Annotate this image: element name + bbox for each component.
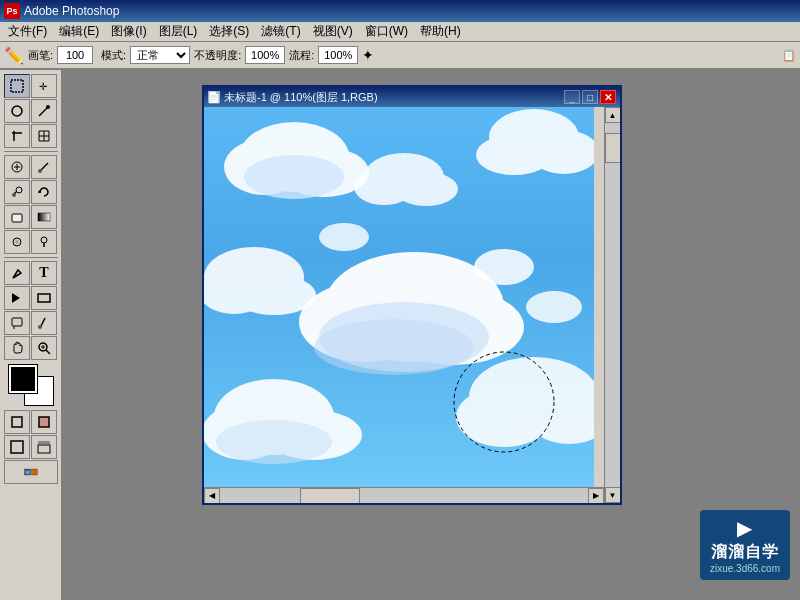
history-brush[interactable]	[31, 180, 57, 204]
blend-mode-select[interactable]: 正常 溶解 正片叠底	[130, 46, 190, 64]
tool-separator-1	[4, 151, 58, 152]
clone-tool[interactable]	[4, 180, 30, 204]
minimize-button[interactable]: _	[564, 90, 580, 104]
svg-text:IR: IR	[26, 471, 30, 475]
foreground-color[interactable]	[9, 365, 37, 393]
path-select-tool[interactable]	[4, 286, 30, 310]
v-scroll-thumb[interactable]	[605, 133, 621, 163]
document-title: 未标题-1 @ 110%(图层 1,RGB)	[224, 90, 378, 105]
slice-tool[interactable]	[31, 124, 57, 148]
notes-tool[interactable]	[4, 311, 30, 335]
heal-tool[interactable]	[4, 155, 30, 179]
svg-line-3	[39, 108, 47, 116]
fullscreen-mode[interactable]	[4, 435, 30, 459]
scroll-down-btn[interactable]: ▼	[605, 487, 621, 503]
svg-line-33	[46, 350, 50, 354]
menu-help[interactable]: 帮助(H)	[414, 22, 467, 41]
svg-rect-37	[39, 417, 49, 427]
mask-row	[4, 410, 57, 434]
app-title: Adobe Photoshop	[24, 4, 119, 18]
scroll-right-btn[interactable]: ▶	[588, 488, 604, 504]
svg-point-47	[244, 155, 344, 199]
svg-rect-38	[11, 441, 23, 453]
menu-edit[interactable]: 编辑(E)	[53, 22, 105, 41]
opacity-input[interactable]	[245, 46, 285, 64]
close-button[interactable]: ✕	[600, 90, 616, 104]
flow-input[interactable]	[318, 46, 358, 64]
maximize-button[interactable]: □	[582, 90, 598, 104]
tool-row-3	[4, 124, 57, 148]
mode-label: 模式:	[101, 48, 126, 63]
svg-rect-27	[38, 294, 50, 302]
brush-size-input[interactable]	[57, 46, 93, 64]
magic-wand-tool[interactable]	[31, 99, 57, 123]
quickmask-mode[interactable]	[31, 410, 57, 434]
pen-tool[interactable]	[4, 261, 30, 285]
brush-label: 画笔:	[28, 48, 53, 63]
fullscreen-menu-mode[interactable]	[31, 435, 57, 459]
watermark: ▶ 溜溜自学 zixue.3d66.com	[700, 510, 790, 580]
tool-row-11	[4, 336, 57, 360]
eraser-tool[interactable]	[4, 205, 30, 229]
watermark-logo: ▶	[710, 516, 780, 540]
jump-imageready[interactable]: IR	[4, 460, 58, 484]
svg-point-17	[12, 193, 16, 197]
menu-select[interactable]: 选择(S)	[203, 22, 255, 41]
svg-rect-36	[12, 417, 22, 427]
v-scroll-track[interactable]	[605, 123, 621, 487]
svg-point-70	[319, 223, 369, 251]
menu-window[interactable]: 窗口(W)	[359, 22, 414, 41]
document-content: ◀ ▶ ▲ ▼	[204, 107, 620, 503]
brush-tool[interactable]	[31, 155, 57, 179]
palette-icon: 📋	[782, 49, 796, 62]
app-icon: Ps	[4, 3, 20, 19]
horizontal-scrollbar[interactable]: ◀ ▶	[204, 487, 604, 503]
menu-file[interactable]: 文件(F)	[2, 22, 53, 41]
current-tool-icon: ✏️	[4, 45, 24, 65]
marquee-tool[interactable]	[4, 74, 30, 98]
hand-tool[interactable]	[4, 336, 30, 360]
scroll-up-btn[interactable]: ▲	[605, 107, 621, 123]
svg-point-2	[12, 106, 22, 116]
tool-row-4	[4, 155, 57, 179]
standard-mode[interactable]	[4, 410, 30, 434]
menu-view[interactable]: 视图(V)	[307, 22, 359, 41]
tool-row-10	[4, 311, 57, 335]
blur-tool[interactable]	[4, 230, 30, 254]
vertical-scrollbar[interactable]: ▲ ▼	[604, 107, 620, 503]
svg-point-24	[41, 237, 47, 243]
svg-rect-0	[11, 80, 23, 92]
svg-rect-39	[38, 441, 50, 444]
zoom-tool[interactable]	[31, 336, 57, 360]
menu-filter[interactable]: 滤镜(T)	[255, 22, 306, 41]
airbrush-icon[interactable]: ✦	[362, 47, 374, 63]
tool-row-6	[4, 205, 57, 229]
svg-point-31	[38, 325, 42, 329]
svg-rect-28	[12, 318, 22, 326]
svg-point-15	[16, 187, 22, 193]
opacity-label: 不透明度:	[194, 48, 241, 63]
type-tool[interactable]: T	[31, 261, 57, 285]
document-icon: 📄	[208, 91, 220, 103]
move-tool[interactable]: ✛	[31, 74, 57, 98]
menu-image[interactable]: 图像(I)	[105, 22, 152, 41]
color-selector[interactable]	[9, 365, 53, 405]
eyedropper-tool[interactable]	[31, 311, 57, 335]
tool-row-7	[4, 230, 57, 254]
menu-layer[interactable]: 图层(L)	[153, 22, 204, 41]
options-bar: ✏️ 画笔: 模式: 正常 溶解 正片叠底 不透明度: 流程: ✦ 📋	[0, 42, 800, 70]
gradient-tool[interactable]	[31, 205, 57, 229]
workspace: ✛	[0, 70, 800, 600]
svg-rect-20	[12, 214, 22, 222]
document-window[interactable]: 📄 未标题-1 @ 110%(图层 1,RGB) _ □ ✕	[202, 85, 622, 505]
scroll-left-btn[interactable]: ◀	[204, 488, 220, 504]
lasso-tool[interactable]	[4, 99, 30, 123]
tool-row-1: ✛	[4, 74, 57, 98]
dodge-tool[interactable]	[31, 230, 57, 254]
crop-tool[interactable]	[4, 124, 30, 148]
h-scroll-thumb[interactable]	[300, 488, 360, 504]
svg-point-4	[46, 105, 50, 109]
tool-row-2	[4, 99, 57, 123]
shape-tool[interactable]	[31, 286, 57, 310]
h-scroll-track[interactable]	[220, 488, 588, 504]
